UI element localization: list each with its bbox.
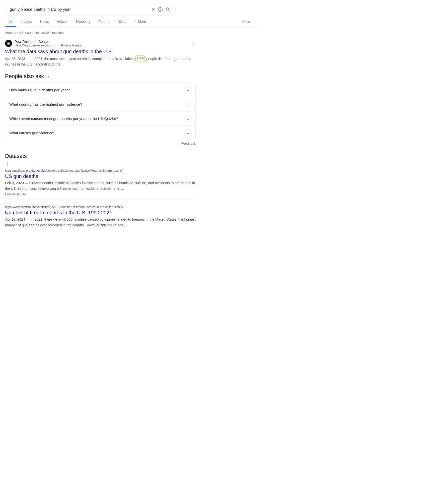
- tab-forums[interactable]: Forums: [95, 17, 114, 27]
- snippet-end-0: In ...: [117, 186, 124, 191]
- search-bar-container: ✕: [0, 0, 258, 15]
- tab-images[interactable]: Images: [17, 17, 36, 27]
- search-input[interactable]: [10, 7, 149, 12]
- highlighted-number: 48,830: [135, 56, 145, 61]
- results-count: About 47,200,000 results (0.36 seconds): [5, 31, 196, 35]
- paa-question-3: What causes gun violence?: [9, 131, 55, 135]
- snippet-date: Apr 26, 2023: [5, 57, 25, 61]
- tab-more[interactable]: ⋮ More: [130, 17, 150, 27]
- datasets-options-icon[interactable]: ⋮: [5, 161, 196, 167]
- search-bar-icons: ✕: [152, 7, 171, 12]
- dataset-text-1: — In 2021, there were 48,830 fatalities …: [5, 217, 196, 227]
- dataset-snippet-1: Apr 19, 2024 — In 2021, there were 48,83…: [5, 217, 196, 228]
- nav-tabs: All Images News Videos Shopping Forums W…: [0, 15, 258, 27]
- dataset-item-1: https://www.statista.com/statistics/2589…: [5, 205, 196, 232]
- source-url: https://www.pewresearch.org › ... › Poli…: [15, 44, 81, 47]
- dataset-title-1[interactable]: Number of firearm deaths in the U.S. 199…: [5, 210, 196, 216]
- search-icon-button[interactable]: [165, 7, 171, 12]
- tab-web[interactable]: Web: [115, 17, 129, 27]
- dataset-item-0: https://usafacts.org/data/topics/securit…: [5, 169, 196, 200]
- paa-list: How many US gun deaths per year? ⌄ What …: [5, 83, 196, 140]
- dataset-date-1: Apr 19, 2024: [5, 217, 25, 221]
- source-name: Pew Research Center: [15, 40, 81, 44]
- paa-item-0[interactable]: How many US gun deaths per year? ⌄: [5, 83, 195, 97]
- paa-section: People also ask ⋮ How many US gun deaths…: [5, 73, 196, 147]
- paa-item-2[interactable]: Which event causes most gun deaths per y…: [5, 111, 195, 126]
- paa-question-1: What country has the highest gun violenc…: [9, 102, 82, 106]
- paa-question-0: How many US gun deaths per year?: [9, 88, 70, 92]
- paa-item-3[interactable]: What causes gun violence? ⌄: [5, 126, 195, 140]
- result-options-icon[interactable]: ⋮: [192, 41, 196, 46]
- dataset-format-0: Format(s): csv: [5, 192, 196, 196]
- paa-options-icon[interactable]: ⋮: [46, 74, 50, 79]
- chevron-down-icon-3: ⌄: [184, 129, 191, 136]
- dataset-snippet-0: Feb 3, 2020 — Firearm deaths include all…: [5, 180, 196, 191]
- main-result-card: Pew Research Center https://www.pewresea…: [5, 40, 196, 67]
- lens-icon-button[interactable]: [158, 7, 163, 12]
- source-info: Pew Research Center https://www.pewresea…: [15, 40, 81, 47]
- strikethrough-text-0: Firearm deaths include all deaths involv…: [29, 181, 171, 185]
- dataset-url-1: https://www.statista.com/statistics/2589…: [5, 205, 196, 209]
- tab-news[interactable]: News: [36, 17, 52, 27]
- tab-shopping[interactable]: Shopping: [72, 17, 94, 27]
- tab-videos[interactable]: Videos: [53, 17, 71, 27]
- paa-title: People also ask: [5, 73, 44, 80]
- clear-button[interactable]: ✕: [152, 7, 155, 12]
- source-logo: [5, 40, 12, 47]
- tools-button[interactable]: Tools: [238, 17, 253, 26]
- results-area: About 47,200,000 results (0.36 seconds) …: [0, 27, 201, 242]
- dataset-date-0: Feb 3, 2020: [5, 181, 24, 185]
- snippet-before: — In 2021, the most recent year for whic…: [26, 57, 134, 61]
- chevron-down-icon-2: ⌄: [184, 115, 191, 122]
- result-title[interactable]: What the data says about gun deaths in t…: [5, 49, 196, 54]
- paa-header: People also ask ⋮: [5, 73, 196, 80]
- tab-all[interactable]: All: [5, 17, 16, 27]
- datasets-title: Datasets: [5, 153, 196, 159]
- result-snippet: Apr 26, 2023 — In 2021, the most recent …: [5, 56, 196, 67]
- datasets-section: Datasets ⋮ https://usafacts.org/data/top…: [5, 153, 196, 232]
- dataset-title-0[interactable]: US gun deaths: [5, 173, 196, 179]
- paa-item-1[interactable]: What country has the highest gun violenc…: [5, 97, 195, 111]
- chevron-down-icon-0: ⌄: [184, 86, 191, 93]
- chevron-down-icon-1: ⌄: [184, 101, 191, 108]
- result-source: Pew Research Center https://www.pewresea…: [5, 40, 196, 47]
- dataset-url-0: https://usafacts.org/data/topics/securit…: [5, 169, 196, 172]
- search-bar[interactable]: ✕: [5, 4, 176, 15]
- feedback-label[interactable]: Feedback: [5, 140, 196, 147]
- paa-question-2: Which event causes most gun deaths per y…: [9, 116, 118, 121]
